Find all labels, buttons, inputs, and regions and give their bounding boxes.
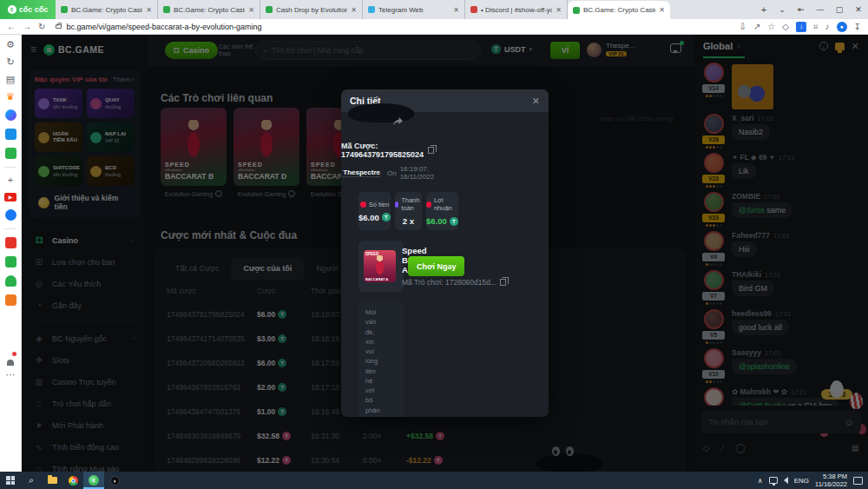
- settings-gear-icon[interactable]: ⚙: [6, 40, 15, 50]
- clock-time: 5:38 PM: [815, 472, 847, 480]
- messenger-icon[interactable]: [5, 109, 16, 121]
- url-field[interactable]: bc.game/vi/game/speed-baccarat-a-by-evol…: [52, 23, 732, 31]
- browser-tab[interactable]: Telegram Web✕: [363, 0, 465, 19]
- tray-chevron-icon[interactable]: ∧: [758, 477, 763, 485]
- app-icon-dark[interactable]: ◗: [104, 472, 125, 489]
- games-icon[interactable]: [5, 148, 16, 159]
- reading-list-icon[interactable]: ▤: [6, 75, 15, 84]
- maximize-button[interactable]: ▢: [830, 5, 849, 14]
- download-manager-icon[interactable]: ↓: [796, 22, 806, 32]
- bookmark-star-icon[interactable]: ☆: [767, 22, 775, 31]
- addressbar-actions: ⇩ ↗ ☆ ◇ ↓ ⌗ ♪ ● ↧: [740, 22, 861, 32]
- browser-tabs: BC.Game: Crypto Casino Gan✕BC.Game: Cryp…: [56, 0, 755, 19]
- stat-label: Thanh toán: [401, 196, 422, 212]
- save-icon[interactable]: ⇩: [740, 22, 746, 31]
- media-icon[interactable]: ♪: [825, 22, 830, 31]
- browser-tab[interactable]: BC.Game: Crypto Casino Gan✕: [568, 1, 670, 19]
- brand-label: cốc cốc: [19, 5, 49, 14]
- tab-title: BC.Game: Crypto Casino Gan: [174, 6, 245, 14]
- stat-label-row: Lợi nhuận: [426, 196, 458, 212]
- tab-search-icon[interactable]: ⌄: [773, 5, 792, 14]
- taskbar-clock[interactable]: 5:38 PM 11/16/2022: [815, 472, 847, 489]
- history-icon[interactable]: ↻: [6, 57, 14, 67]
- tab-favicon: [266, 6, 273, 13]
- browser-tab[interactable]: • Discord | #show-off-you✕: [465, 0, 568, 19]
- add-shortcut-icon[interactable]: +: [8, 175, 13, 185]
- tab-favicon: [573, 7, 580, 14]
- extensions-icon[interactable]: ⌗: [813, 22, 819, 32]
- network-icon[interactable]: [769, 477, 778, 484]
- clock-date: 11/16/2022: [815, 480, 847, 488]
- coccoc-taskbar-icon[interactable]: c: [83, 472, 104, 489]
- facebook-icon[interactable]: [5, 209, 16, 221]
- stat-box: Thanh toán2 x: [395, 192, 422, 230]
- stat-value-text: $6.00: [426, 216, 447, 226]
- bet-stats-row: Số tiền$6.00TThanh toán2 xLợi nhuận$6.00…: [358, 192, 404, 230]
- copy-icon[interactable]: [500, 279, 506, 286]
- adblock-shield-icon[interactable]: ◇: [782, 22, 789, 31]
- stat-label: Số tiền: [369, 201, 389, 208]
- shop-green-icon[interactable]: [5, 256, 16, 268]
- bet-details-modal: Chi tiết ✕ ✓ Mã Cược: 174964379179582502…: [341, 89, 549, 417]
- tab-title: BC.Game: Crypto Casino Gan: [71, 6, 142, 14]
- chrome-icon[interactable]: [62, 472, 83, 489]
- play-now-button[interactable]: Chơi Ngay: [408, 256, 464, 276]
- tab-close-icon[interactable]: ✕: [453, 6, 459, 14]
- tab-close-icon[interactable]: ✕: [351, 6, 357, 14]
- tab-favicon: [368, 6, 375, 13]
- bet-author-name[interactable]: Thespectre: [343, 169, 380, 177]
- zalo-icon[interactable]: [5, 129, 16, 140]
- address-bar: ← → ↻ bc.game/vi/game/speed-baccarat-a-b…: [0, 19, 868, 35]
- tab-close-icon[interactable]: ✕: [659, 6, 665, 14]
- support-box: Mọi vấn đề, xin vui lòng liên hệ với bộ …: [358, 301, 404, 417]
- on-label: On: [387, 169, 397, 177]
- game-thumbnail[interactable]: SPEED BACCARAT A: [364, 250, 396, 282]
- tab-close-icon[interactable]: ✕: [556, 6, 562, 14]
- tab-favicon: [163, 6, 170, 13]
- coccoc-logo-icon: c: [8, 5, 16, 14]
- downloads-tray-icon[interactable]: ↧: [854, 22, 861, 31]
- divider: [4, 167, 16, 168]
- forward-icon[interactable]: →: [23, 22, 31, 31]
- minimize-button[interactable]: —: [811, 5, 830, 14]
- divider: [4, 228, 16, 229]
- notifications-bell-icon[interactable]: [6, 354, 15, 362]
- pin-icon[interactable]: ⇤: [792, 5, 811, 14]
- browser-tab[interactable]: BC.Game: Crypto Casino Gan✕: [158, 0, 260, 19]
- stat-value: $6.00T: [358, 213, 391, 222]
- youtube-icon[interactable]: ▶: [4, 193, 16, 202]
- reload-icon[interactable]: ↻: [38, 22, 45, 31]
- copy-icon[interactable]: [428, 147, 434, 154]
- shopee-hat-icon[interactable]: [5, 275, 16, 287]
- stat-value-text: $6.00: [358, 213, 379, 222]
- close-window-button[interactable]: ✕: [849, 5, 868, 14]
- tab-title: • Discord | #show-off-you: [481, 6, 552, 14]
- new-tab-button[interactable]: +: [755, 0, 773, 19]
- profile-icon[interactable]: ●: [837, 22, 847, 32]
- crown-icon[interactable]: ♛: [6, 92, 15, 102]
- volume-icon[interactable]: [784, 477, 788, 484]
- bet-author-row: By Thespectre On 16:19:07, 16/11/2022: [358, 165, 404, 181]
- share-arrow-icon[interactable]: [391, 116, 404, 126]
- back-icon[interactable]: ←: [7, 22, 16, 31]
- tab-close-icon[interactable]: ✕: [146, 6, 152, 14]
- share-icon[interactable]: ↗: [753, 22, 760, 31]
- more-icon[interactable]: ⋯: [6, 370, 16, 380]
- modal-close-icon[interactable]: ✕: [532, 96, 540, 107]
- shop-red-icon[interactable]: [5, 237, 16, 248]
- action-center-icon[interactable]: [853, 477, 863, 485]
- file-explorer-icon[interactable]: [42, 472, 62, 489]
- support-text: Mọi vấn đề, xin vui lòng liên hệ với bộ …: [365, 307, 383, 417]
- start-button[interactable]: [0, 472, 21, 489]
- tab-title: Cash Drop by Evolution! Wor: [276, 6, 347, 14]
- game-id-text: Mã Trò chơi: 1728060d15d...: [402, 278, 496, 287]
- browser-tab[interactable]: Cash Drop by Evolution! Wor✕: [260, 0, 363, 19]
- browser-tab[interactable]: BC.Game: Crypto Casino Gan✕: [56, 0, 158, 19]
- url-text: bc.game/vi/game/speed-baccarat-a-by-evol…: [66, 23, 261, 31]
- cart-icon[interactable]: [5, 294, 16, 306]
- language-indicator[interactable]: ENG: [794, 477, 809, 485]
- coccoc-brand[interactable]: c cốc cốc: [0, 0, 56, 19]
- tab-close-icon[interactable]: ✕: [248, 6, 254, 14]
- thumb-speed-label: SPEED: [365, 252, 378, 256]
- taskbar-search-icon[interactable]: ⌕: [21, 472, 42, 489]
